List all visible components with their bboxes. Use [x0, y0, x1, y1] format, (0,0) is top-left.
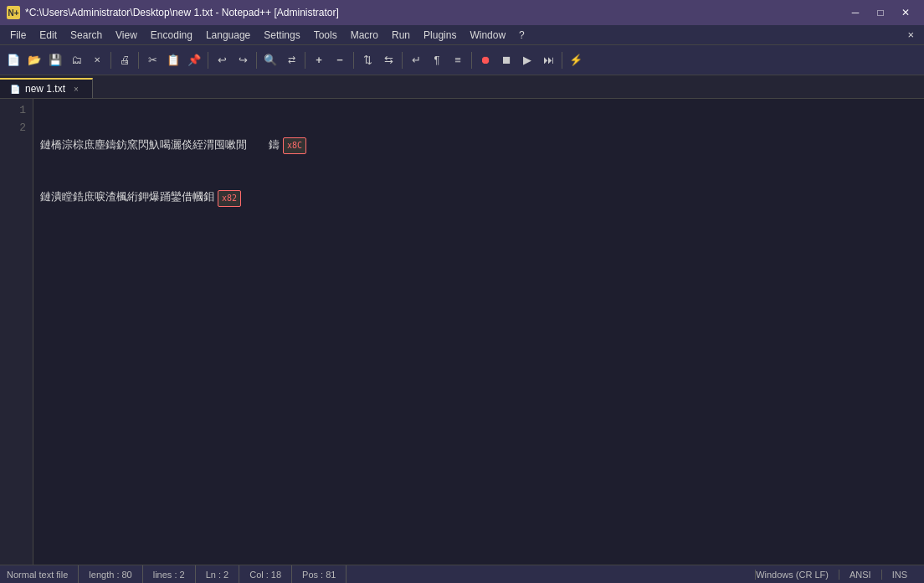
macro-stop-button[interactable]: ⏹ [496, 50, 516, 70]
pos-label: Pos : 81 [302, 570, 336, 580]
file-type-label: Normal text file [7, 570, 68, 580]
status-ln: Ln : 2 [196, 565, 240, 583]
menu-item-settings[interactable]: Settings [257, 28, 306, 43]
lines-label: lines : 2 [153, 570, 185, 580]
menu-close-x[interactable]: × [901, 27, 921, 43]
status-bar: Normal text file length : 80 lines : 2 L… [0, 565, 924, 583]
menu-item-edit[interactable]: Edit [33, 28, 64, 43]
ln-label: Ln : 2 [206, 570, 229, 580]
sync-v-button[interactable]: ⇅ [357, 50, 377, 70]
find-button[interactable]: 🔍 [260, 50, 280, 70]
line-2-text: 鏈潰瞠鋯庶唳渣楓絎鉀爆踊鑾借幗鉬 [40, 189, 214, 207]
toolbar-separator-3 [208, 52, 208, 69]
status-encoding[interactable]: ANSI [839, 570, 881, 580]
menu-item-tools[interactable]: Tools [307, 28, 344, 43]
undo-button[interactable]: ↩ [212, 50, 232, 70]
toolbar-separator-8 [471, 52, 472, 69]
copy-button[interactable]: 📋 [163, 50, 183, 70]
status-lines: lines : 2 [143, 565, 196, 583]
run-macro-mult-button[interactable]: ⏭ [538, 50, 558, 70]
tab-close-button[interactable]: × [70, 83, 82, 95]
menu-item-view[interactable]: View [109, 28, 144, 43]
menu-item-plugins[interactable]: Plugins [417, 28, 463, 43]
toolbar-separator-4 [256, 52, 257, 69]
tab-icon: 📄 [10, 85, 20, 94]
line-ending-label: Windows (CR LF) [756, 570, 829, 580]
menu-items-container: FileEditSearchViewEncodingLanguageSettin… [3, 28, 901, 43]
status-right: Windows (CR LF) ANSI INS [755, 570, 917, 580]
editor-container: 1 2 鏈橋淙棕庶塵鑄鈁窯閃魞喝灑倓絰渭囤嗽閒 鑄x8C 鏈潰瞠鋯庶唳渣楓絎鉀爆… [0, 99, 924, 565]
close-file-button[interactable]: ✕ [87, 50, 107, 70]
menu-item-language[interactable]: Language [199, 28, 257, 43]
line-1-text: 鏈橋淙棕庶塵鑄鈁窯閃魞喝灑倓絰渭囤嗽閒 鑄 [40, 137, 280, 155]
maximize-button[interactable]: □ [869, 4, 892, 21]
title-bar: N+ *C:\Users\Administrator\Desktop\new 1… [0, 0, 924, 25]
zoom-in-button[interactable]: + [309, 50, 329, 70]
tab-bar: 📄 new 1.txt × [0, 75, 924, 99]
indent-button[interactable]: ≡ [448, 50, 468, 70]
status-ins-mode[interactable]: INS [881, 570, 917, 580]
app-icon: N+ [7, 6, 20, 19]
word-wrap-button[interactable]: ↵ [406, 50, 426, 70]
cut-button[interactable]: ✂ [142, 50, 162, 70]
menu-item-?[interactable]: ? [512, 28, 531, 43]
menu-item-encoding[interactable]: Encoding [144, 28, 199, 43]
macro-play-button[interactable]: ▶ [517, 50, 537, 70]
close-window-button[interactable]: ✕ [894, 4, 917, 21]
toolbar-separator-9 [562, 52, 562, 69]
status-file-type: Normal text file [7, 565, 79, 583]
line-numbers: 1 2 [0, 99, 33, 565]
corrupt-badge-1: x8C [283, 137, 306, 154]
menu-item-macro[interactable]: Macro [344, 28, 385, 43]
menu-item-run[interactable]: Run [385, 28, 417, 43]
toolbar-separator-7 [402, 52, 403, 69]
run-button[interactable]: ⚡ [566, 50, 586, 70]
tab-new1txt[interactable]: 📄 new 1.txt × [0, 78, 93, 98]
line-number-2: 2 [7, 120, 26, 137]
new-file-button[interactable]: 📄 [3, 50, 23, 70]
status-length: length : 80 [79, 565, 142, 583]
ins-mode-label: INS [892, 570, 907, 580]
toolbar-separator-6 [353, 52, 354, 69]
menu-item-file[interactable]: File [3, 28, 33, 43]
redo-button[interactable]: ↪ [233, 50, 253, 70]
window-title: *C:\Users\Administrator\Desktop\new 1.tx… [25, 7, 339, 18]
save-file-button[interactable]: 💾 [45, 50, 65, 70]
corrupt-badge-2: x82 [218, 190, 241, 207]
sync-h-button[interactable]: ⇆ [378, 50, 398, 70]
line-number-1: 1 [7, 102, 26, 120]
replace-button[interactable]: ⇄ [281, 50, 301, 70]
paste-button[interactable]: 📌 [184, 50, 204, 70]
toolbar-separator-1 [110, 52, 111, 69]
save-all-button[interactable]: 🗂 [66, 50, 86, 70]
status-pos: Pos : 81 [292, 565, 346, 583]
minimize-button[interactable]: ─ [844, 4, 867, 21]
encoding-label: ANSI [850, 570, 871, 580]
toolbar-separator-5 [305, 52, 305, 69]
tab-label: new 1.txt [25, 83, 65, 95]
editor-line-1: 鏈橋淙棕庶塵鑄鈁窯閃魞喝灑倓絰渭囤嗽閒 鑄x8C [40, 137, 917, 155]
menu-bar: FileEditSearchViewEncodingLanguageSettin… [0, 25, 924, 45]
zoom-out-button[interactable]: − [330, 50, 350, 70]
status-line-ending[interactable]: Windows (CR LF) [755, 570, 839, 580]
editor-line-2: 鏈潰瞠鋯庶唳渣楓絎鉀爆踊鑾借幗鉬x82 [40, 189, 917, 207]
menu-item-window[interactable]: Window [463, 28, 512, 43]
col-label: Col : 18 [249, 570, 281, 580]
toolbar-separator-2 [138, 52, 139, 69]
menu-item-search[interactable]: Search [64, 28, 109, 43]
toolbar: 📄 📂 💾 🗂 ✕ 🖨 ✂ 📋 📌 ↩ ↪ 🔍 ⇄ + − ⇅ ⇆ ↵ ¶ ≡ … [0, 45, 924, 75]
all-chars-button[interactable]: ¶ [427, 50, 447, 70]
print-button[interactable]: 🖨 [115, 50, 135, 70]
open-file-button[interactable]: 📂 [24, 50, 44, 70]
length-label: length : 80 [89, 570, 131, 580]
title-bar-left: N+ *C:\Users\Administrator\Desktop\new 1… [7, 6, 339, 19]
status-col: Col : 18 [239, 565, 292, 583]
window-controls: ─ □ ✕ [844, 4, 917, 21]
editor-content[interactable]: 鏈橋淙棕庶塵鑄鈁窯閃魞喝灑倓絰渭囤嗽閒 鑄x8C 鏈潰瞠鋯庶唳渣楓絎鉀爆踊鑾借幗… [33, 99, 924, 565]
macro-record-button[interactable]: ⏺ [475, 50, 495, 70]
